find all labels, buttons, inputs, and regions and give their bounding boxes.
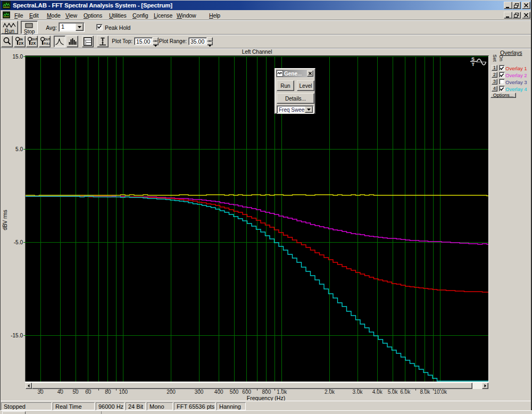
svg-text:S: S bbox=[471, 56, 475, 62]
svg-text:2.0k: 2.0k bbox=[325, 389, 335, 395]
svg-text:T: T bbox=[472, 62, 475, 67]
svg-text:1.0k: 1.0k bbox=[277, 389, 287, 395]
svg-text:60: 60 bbox=[85, 389, 92, 395]
svg-text:80: 80 bbox=[105, 389, 111, 395]
svg-text:600: 600 bbox=[242, 389, 251, 395]
svg-text:40: 40 bbox=[57, 389, 64, 395]
svg-text:10.0k: 10.0k bbox=[434, 389, 447, 395]
svg-text:400: 400 bbox=[214, 389, 223, 395]
svg-text:100: 100 bbox=[119, 389, 128, 395]
svg-text:500: 500 bbox=[230, 389, 239, 395]
svg-text:3.0k: 3.0k bbox=[353, 389, 363, 395]
svg-text:300: 300 bbox=[195, 389, 204, 395]
svg-text:8.0k: 8.0k bbox=[420, 389, 430, 395]
svg-text:4.0k: 4.0k bbox=[372, 389, 383, 395]
svg-text:5.0k: 5.0k bbox=[388, 389, 398, 395]
svg-text:200: 200 bbox=[167, 389, 176, 395]
svg-text:50: 50 bbox=[73, 389, 79, 395]
svg-text:800: 800 bbox=[262, 389, 271, 395]
svg-text:30: 30 bbox=[37, 389, 44, 395]
svg-text:6.0k: 6.0k bbox=[400, 389, 411, 395]
